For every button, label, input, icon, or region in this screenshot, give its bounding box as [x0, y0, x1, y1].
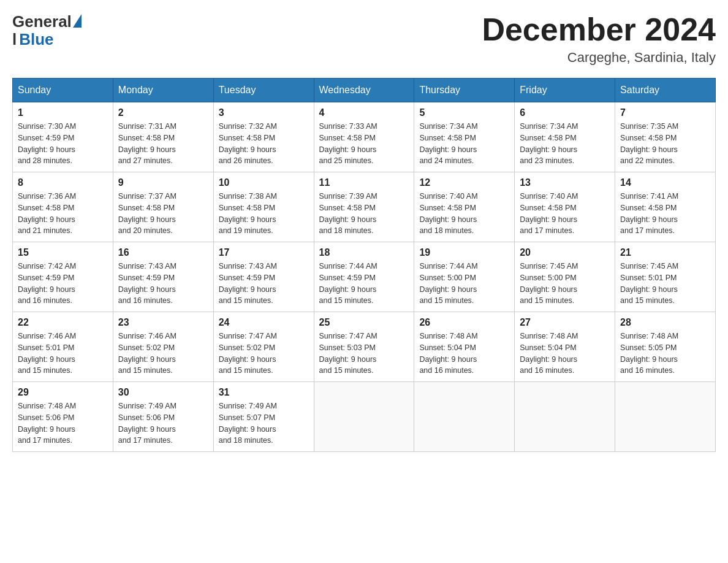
day-info: Sunrise: 7:35 AMSunset: 4:58 PMDaylight:…	[620, 121, 710, 167]
day-info: Sunrise: 7:40 AMSunset: 4:58 PMDaylight:…	[520, 191, 610, 237]
calendar-cell: 29Sunrise: 7:48 AMSunset: 5:06 PMDayligh…	[13, 382, 113, 452]
calendar-cell	[515, 382, 615, 452]
day-number: 10	[219, 177, 309, 188]
calendar-header-friday: Friday	[515, 79, 615, 102]
day-number: 4	[319, 107, 409, 118]
day-number: 22	[18, 317, 108, 328]
day-number: 29	[18, 387, 108, 398]
calendar-cell: 20Sunrise: 7:45 AMSunset: 5:00 PMDayligh…	[515, 242, 615, 312]
logo-blue: Blue	[19, 30, 53, 49]
calendar-cell: 19Sunrise: 7:44 AMSunset: 5:00 PMDayligh…	[414, 242, 515, 312]
calendar-header-thursday: Thursday	[414, 79, 515, 102]
day-info: Sunrise: 7:31 AMSunset: 4:58 PMDaylight:…	[118, 121, 208, 167]
calendar-cell: 17Sunrise: 7:43 AMSunset: 4:59 PMDayligh…	[213, 242, 314, 312]
calendar-cell: 22Sunrise: 7:46 AMSunset: 5:01 PMDayligh…	[13, 312, 113, 382]
calendar-header-saturday: Saturday	[615, 79, 716, 102]
month-year-title: December 2024	[482, 12, 716, 47]
calendar-week-5: 29Sunrise: 7:48 AMSunset: 5:06 PMDayligh…	[13, 382, 716, 452]
day-info: Sunrise: 7:38 AMSunset: 4:58 PMDaylight:…	[219, 191, 309, 237]
day-number: 9	[118, 177, 208, 188]
day-number: 5	[419, 107, 509, 118]
day-info: Sunrise: 7:45 AMSunset: 5:00 PMDaylight:…	[520, 261, 610, 307]
day-number: 21	[620, 247, 710, 258]
calendar-cell: 21Sunrise: 7:45 AMSunset: 5:01 PMDayligh…	[615, 242, 716, 312]
calendar-cell: 18Sunrise: 7:44 AMSunset: 4:59 PMDayligh…	[314, 242, 414, 312]
calendar-cell: 7Sunrise: 7:35 AMSunset: 4:58 PMDaylight…	[615, 102, 716, 172]
calendar-header-wednesday: Wednesday	[314, 79, 414, 102]
day-number: 19	[419, 247, 509, 258]
calendar-cell	[615, 382, 716, 452]
day-info: Sunrise: 7:49 AMSunset: 5:07 PMDaylight:…	[219, 400, 309, 446]
day-number: 26	[419, 317, 509, 328]
calendar-cell: 31Sunrise: 7:49 AMSunset: 5:07 PMDayligh…	[213, 382, 314, 452]
day-info: Sunrise: 7:30 AMSunset: 4:59 PMDaylight:…	[18, 121, 108, 167]
day-info: Sunrise: 7:32 AMSunset: 4:58 PMDaylight:…	[219, 121, 309, 167]
calendar-cell: 12Sunrise: 7:40 AMSunset: 4:58 PMDayligh…	[414, 172, 515, 242]
calendar-week-2: 8Sunrise: 7:36 AMSunset: 4:58 PMDaylight…	[13, 172, 716, 242]
day-info: Sunrise: 7:48 AMSunset: 5:05 PMDaylight:…	[620, 331, 710, 377]
day-info: Sunrise: 7:33 AMSunset: 4:58 PMDaylight:…	[319, 121, 409, 167]
calendar-cell: 1Sunrise: 7:30 AMSunset: 4:59 PMDaylight…	[13, 102, 113, 172]
page-header: General l Blue December 2024 Cargeghe, S…	[12, 12, 716, 66]
day-number: 6	[520, 107, 610, 118]
day-number: 17	[219, 247, 309, 258]
day-number: 13	[520, 177, 610, 188]
day-info: Sunrise: 7:49 AMSunset: 5:06 PMDaylight:…	[118, 400, 208, 446]
logo: General l Blue	[12, 12, 82, 49]
calendar-table: SundayMondayTuesdayWednesdayThursdayFrid…	[12, 78, 716, 452]
logo-general: General	[12, 12, 72, 31]
day-number: 25	[319, 317, 409, 328]
calendar-cell	[314, 382, 414, 452]
calendar-cell: 23Sunrise: 7:46 AMSunset: 5:02 PMDayligh…	[113, 312, 213, 382]
calendar-cell: 26Sunrise: 7:48 AMSunset: 5:04 PMDayligh…	[414, 312, 515, 382]
day-number: 12	[419, 177, 509, 188]
calendar-cell: 27Sunrise: 7:48 AMSunset: 5:04 PMDayligh…	[515, 312, 615, 382]
title-block: December 2024 Cargeghe, Sardinia, Italy	[482, 12, 716, 66]
calendar-header-monday: Monday	[113, 79, 213, 102]
calendar-cell: 25Sunrise: 7:47 AMSunset: 5:03 PMDayligh…	[314, 312, 414, 382]
logo-triangle-icon	[73, 14, 82, 28]
calendar-cell: 11Sunrise: 7:39 AMSunset: 4:58 PMDayligh…	[314, 172, 414, 242]
calendar-cell	[414, 382, 515, 452]
day-number: 15	[18, 247, 108, 258]
calendar-week-1: 1Sunrise: 7:30 AMSunset: 4:59 PMDaylight…	[13, 102, 716, 172]
calendar-cell: 28Sunrise: 7:48 AMSunset: 5:05 PMDayligh…	[615, 312, 716, 382]
day-number: 27	[520, 317, 610, 328]
calendar-cell: 10Sunrise: 7:38 AMSunset: 4:58 PMDayligh…	[213, 172, 314, 242]
calendar-cell: 24Sunrise: 7:47 AMSunset: 5:02 PMDayligh…	[213, 312, 314, 382]
day-info: Sunrise: 7:42 AMSunset: 4:59 PMDaylight:…	[18, 261, 108, 307]
day-number: 23	[118, 317, 208, 328]
day-info: Sunrise: 7:43 AMSunset: 4:59 PMDaylight:…	[219, 261, 309, 307]
calendar-cell: 2Sunrise: 7:31 AMSunset: 4:58 PMDaylight…	[113, 102, 213, 172]
calendar-cell: 9Sunrise: 7:37 AMSunset: 4:58 PMDaylight…	[113, 172, 213, 242]
day-number: 16	[118, 247, 208, 258]
day-info: Sunrise: 7:48 AMSunset: 5:04 PMDaylight:…	[419, 331, 509, 377]
day-info: Sunrise: 7:39 AMSunset: 4:58 PMDaylight:…	[319, 191, 409, 237]
calendar-cell: 14Sunrise: 7:41 AMSunset: 4:58 PMDayligh…	[615, 172, 716, 242]
location-subtitle: Cargeghe, Sardinia, Italy	[482, 50, 716, 66]
day-info: Sunrise: 7:45 AMSunset: 5:01 PMDaylight:…	[620, 261, 710, 307]
calendar-cell: 6Sunrise: 7:34 AMSunset: 4:58 PMDaylight…	[515, 102, 615, 172]
day-info: Sunrise: 7:44 AMSunset: 5:00 PMDaylight:…	[419, 261, 509, 307]
day-number: 30	[118, 387, 208, 398]
day-info: Sunrise: 7:36 AMSunset: 4:58 PMDaylight:…	[18, 191, 108, 237]
day-number: 2	[118, 107, 208, 118]
day-info: Sunrise: 7:44 AMSunset: 4:59 PMDaylight:…	[319, 261, 409, 307]
calendar-cell: 15Sunrise: 7:42 AMSunset: 4:59 PMDayligh…	[13, 242, 113, 312]
day-info: Sunrise: 7:34 AMSunset: 4:58 PMDaylight:…	[419, 121, 509, 167]
day-number: 18	[319, 247, 409, 258]
calendar-week-3: 15Sunrise: 7:42 AMSunset: 4:59 PMDayligh…	[13, 242, 716, 312]
day-number: 28	[620, 317, 710, 328]
day-info: Sunrise: 7:48 AMSunset: 5:06 PMDaylight:…	[18, 400, 108, 446]
calendar-cell: 16Sunrise: 7:43 AMSunset: 4:59 PMDayligh…	[113, 242, 213, 312]
day-info: Sunrise: 7:48 AMSunset: 5:04 PMDaylight:…	[520, 331, 610, 377]
day-info: Sunrise: 7:37 AMSunset: 4:58 PMDaylight:…	[118, 191, 208, 237]
day-number: 11	[319, 177, 409, 188]
day-number: 31	[219, 387, 309, 398]
day-info: Sunrise: 7:41 AMSunset: 4:58 PMDaylight:…	[620, 191, 710, 237]
calendar-cell: 4Sunrise: 7:33 AMSunset: 4:58 PMDaylight…	[314, 102, 414, 172]
calendar-header-tuesday: Tuesday	[213, 79, 314, 102]
day-info: Sunrise: 7:47 AMSunset: 5:03 PMDaylight:…	[319, 331, 409, 377]
day-info: Sunrise: 7:40 AMSunset: 4:58 PMDaylight:…	[419, 191, 509, 237]
day-number: 8	[18, 177, 108, 188]
